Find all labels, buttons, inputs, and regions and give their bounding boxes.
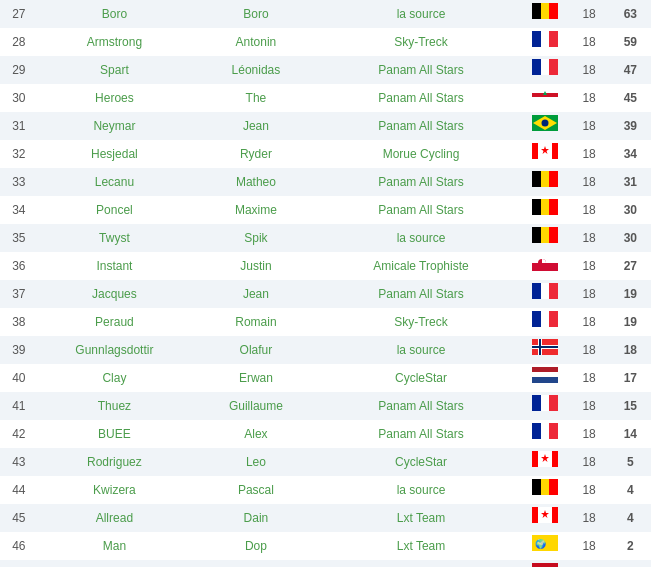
team-cell: Sky-Treck	[321, 28, 521, 56]
svg-rect-21	[541, 171, 549, 187]
firstname-cell: Dain	[191, 504, 321, 532]
svg-point-15	[541, 120, 548, 127]
rank-cell: 34	[0, 196, 38, 224]
table-row: 35 Twyst Spik la source 18 30	[0, 224, 651, 252]
lastname-cell: Allread	[38, 504, 191, 532]
lastname-cell: Pozanski	[38, 560, 191, 567]
points-cell: 5	[610, 448, 651, 476]
flag-cell: 🌍	[521, 532, 568, 560]
races-cell: 18	[568, 280, 609, 308]
team-cell: Panam All Stars	[321, 84, 521, 112]
lastname-cell: Kwizera	[38, 476, 191, 504]
team-cell: Panam All Stars	[321, 392, 521, 420]
firstname-cell: Spik	[191, 224, 321, 252]
rank-cell: 47	[0, 560, 38, 567]
svg-rect-58	[549, 479, 558, 495]
firstname-cell: Klemens	[191, 560, 321, 567]
team-cell: Panam All Stars	[321, 168, 521, 196]
svg-rect-59	[532, 507, 538, 523]
points-cell: 4	[610, 504, 651, 532]
lastname-cell: Peraud	[38, 308, 191, 336]
svg-rect-11	[532, 97, 558, 103]
rank-cell: 44	[0, 476, 38, 504]
team-cell: la source	[321, 224, 521, 252]
firstname-cell: Justin	[191, 252, 321, 280]
lastname-cell: Poncel	[38, 196, 191, 224]
flag-cell	[521, 84, 568, 112]
flag-cell	[521, 252, 568, 280]
table-row: 38 Peraud Romain Sky-Treck 18 19	[0, 308, 651, 336]
races-cell: 18	[568, 252, 609, 280]
rank-cell: 42	[0, 420, 38, 448]
rank-cell: 38	[0, 308, 38, 336]
points-cell: 30	[610, 196, 651, 224]
svg-rect-35	[532, 311, 541, 327]
flag-cell	[521, 140, 568, 168]
table-row: 44 Kwizera Pascal la source 18 4	[0, 476, 651, 504]
flag-cell	[521, 336, 568, 364]
svg-rect-32	[532, 283, 541, 299]
svg-rect-1	[541, 3, 549, 19]
svg-rect-45	[532, 377, 558, 383]
flag-cell	[521, 448, 568, 476]
svg-rect-4	[541, 31, 549, 47]
team-cell: la source	[321, 0, 521, 28]
lastname-cell: Armstrong	[38, 28, 191, 56]
flag-cell	[521, 560, 568, 567]
points-cell: 39	[610, 112, 651, 140]
rank-cell: 31	[0, 112, 38, 140]
points-cell: 18	[610, 336, 651, 364]
svg-rect-23	[532, 199, 541, 215]
svg-rect-28	[549, 227, 558, 243]
svg-rect-37	[549, 311, 558, 327]
firstname-cell: Boro	[191, 0, 321, 28]
firstname-cell: Maxime	[191, 196, 321, 224]
svg-rect-25	[549, 199, 558, 215]
team-cell: Lxt Team	[321, 532, 521, 560]
points-cell: 15	[610, 392, 651, 420]
svg-rect-5	[549, 31, 558, 47]
points-cell: 1	[610, 560, 651, 567]
rank-cell: 45	[0, 504, 38, 532]
firstname-cell: Dop	[191, 532, 321, 560]
team-cell: Panam All Stars	[321, 56, 521, 84]
flag-cell	[521, 476, 568, 504]
svg-rect-6	[532, 59, 541, 75]
team-cell: la source	[321, 476, 521, 504]
svg-rect-34	[549, 283, 558, 299]
lastname-cell: Clay	[38, 364, 191, 392]
points-cell: 19	[610, 308, 651, 336]
svg-rect-20	[532, 171, 541, 187]
table-row: 27 Boro Boro la source 18 63	[0, 0, 651, 28]
svg-rect-65	[532, 563, 558, 567]
rank-cell: 36	[0, 252, 38, 280]
races-cell: 18	[568, 168, 609, 196]
table-row: 46 Man Dop Lxt Team 🌍 18 2	[0, 532, 651, 560]
rankings-table: 27 Boro Boro la source 18 63 28 Armstron…	[0, 0, 651, 567]
flag-cell	[521, 196, 568, 224]
points-cell: 19	[610, 280, 651, 308]
table-row: 41 Thuez Guillaume Panam All Stars 18 15	[0, 392, 651, 420]
races-cell: 18	[568, 476, 609, 504]
svg-rect-41	[532, 346, 558, 348]
races-cell: 18	[568, 28, 609, 56]
rank-cell: 46	[0, 532, 38, 560]
table-row: 31 Neymar Jean Panam All Stars 18 39	[0, 112, 651, 140]
lastname-cell: Heroes	[38, 84, 191, 112]
table-row: 36 Instant Justin Amicale Trophiste 18 2…	[0, 252, 651, 280]
rank-cell: 37	[0, 280, 38, 308]
svg-rect-16	[532, 143, 538, 159]
svg-rect-27	[541, 227, 549, 243]
races-cell: 18	[568, 84, 609, 112]
races-cell: 18	[568, 420, 609, 448]
firstname-cell: Matheo	[191, 168, 321, 196]
lastname-cell: Lecanu	[38, 168, 191, 196]
firstname-cell: Ryder	[191, 140, 321, 168]
team-cell: la source	[321, 336, 521, 364]
table-row: 43 Rodriguez Leo CycleStar 18 5	[0, 448, 651, 476]
races-cell: 18	[568, 364, 609, 392]
flag-cell	[521, 28, 568, 56]
points-cell: 17	[610, 364, 651, 392]
firstname-cell: Guillaume	[191, 392, 321, 420]
firstname-cell: Leo	[191, 448, 321, 476]
